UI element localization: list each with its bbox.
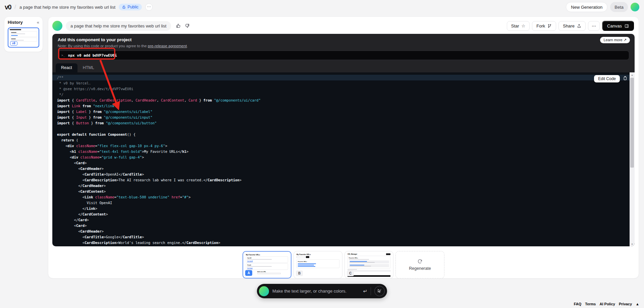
version-thumbnail-c[interactable]: URL Manager Favorite URLs C — [344, 251, 393, 279]
code-line: * @see https://v0.dev/t/bdVP7vwEU0i — [52, 86, 635, 92]
code-line: <CardHeader> — [52, 229, 635, 234]
code-line: <CardTitle>Google</CardTitle> — [52, 234, 635, 240]
followup-input[interactable] — [272, 289, 360, 294]
history-thumbnail[interactable]: v0 — [8, 27, 39, 48]
vercel-logo[interactable]: ▲ — [636, 302, 639, 306]
version-thumbnail-a[interactable]: My Favorite URLs OpenAI Visit OpenAI Goo… — [243, 251, 291, 279]
project-more-button[interactable]: ⋯ — [145, 3, 153, 11]
code-line: Visit OpenAI — [52, 200, 635, 206]
star-button[interactable]: Star ☆ — [507, 21, 530, 31]
thumb-c-box-title: Favorite URLs — [349, 257, 389, 259]
return-icon[interactable]: ↵ — [363, 288, 367, 294]
thumb-c-box: Favorite URLs — [347, 256, 390, 268]
refresh-icon — [417, 259, 423, 264]
edit-code-button[interactable]: Edit Code — [594, 75, 620, 82]
thumb-b-box: Favorite URLs — [297, 259, 339, 268]
copy-code-icon[interactable] — [623, 76, 627, 81]
pre-release-agreement-link[interactable]: pre-release agreement — [148, 44, 187, 48]
share-button-label: Share — [563, 23, 575, 28]
thumb-c-dark-badge — [386, 253, 390, 255]
code-line: <Link className="text-blue-500 underline… — [52, 194, 635, 200]
thumb-a-card-link: Visit Google — [247, 267, 287, 269]
footer-link-privacy[interactable]: Privacy — [619, 302, 632, 306]
tab-html[interactable]: HTML — [77, 63, 100, 72]
thumb-c-badge: C — [347, 270, 354, 276]
code-line: </CardHeader> — [52, 246, 635, 246]
thumb-a-title: My Favorite URLs — [246, 254, 288, 256]
select-element-button[interactable] — [374, 286, 385, 296]
code-line: <CardDescription>The AI research lab whe… — [52, 177, 635, 183]
code-line: */ — [52, 92, 635, 98]
note-prefix: Note: By using this code or product you … — [58, 44, 148, 48]
tab-react[interactable]: React — [56, 63, 77, 72]
thumb-b-title: My Favorite URLs — [297, 253, 339, 255]
scroll-down-icon[interactable]: ▼ — [631, 242, 633, 246]
component-block: Add this component to your project Learn… — [52, 34, 635, 246]
history-panel: History « v0 — [4, 16, 43, 52]
learn-more-button[interactable]: Learn more ↗ — [600, 37, 630, 43]
thumbs-up-button[interactable] — [176, 23, 181, 28]
code-scrollbar[interactable]: ▲ ▼ — [630, 72, 635, 246]
code-tabbar: React HTML — [52, 63, 635, 72]
pointer-icon — [377, 289, 382, 294]
code-line: <Card> — [52, 223, 635, 229]
unlock-icon — [122, 5, 126, 9]
code-line: <CardHeader> — [52, 166, 635, 172]
code-line: import { CardTitle, CardDescription, Car… — [52, 98, 635, 103]
star-icon: ☆ — [522, 23, 526, 28]
project-title: a page that help me store my favorites w… — [19, 5, 115, 10]
scrollbar-thumb[interactable] — [630, 78, 634, 168]
code-line: <div className="grid w-full gap-4"> — [52, 155, 635, 160]
thumbs-down-icon — [184, 23, 190, 28]
code-line: return ( — [52, 137, 635, 143]
version-thumbnails: My Favorite URLs OpenAI Visit OpenAI Goo… — [48, 251, 639, 279]
code-viewer: /** * v0 by Vercel. * @see https://v0.de… — [52, 72, 635, 246]
dock-divider — [371, 287, 371, 295]
code-line — [52, 126, 635, 132]
fork-button-label: Fork — [536, 23, 545, 28]
code-line: <div className="flex flex-col gap-10 px-… — [52, 143, 635, 149]
v0-logo[interactable]: v0 — [5, 3, 11, 11]
code-line: </CardContent> — [52, 211, 635, 217]
thumb-a-card: Google Visit Google — [246, 263, 288, 270]
new-generation-button[interactable]: New Generation — [566, 2, 607, 12]
user-avatar[interactable] — [631, 3, 639, 11]
thumb-a-card-title: OpenAI — [247, 257, 287, 259]
canvas-button[interactable]: Canvas — [602, 21, 634, 31]
code-line: import { Button } from "@/components/ui/… — [52, 120, 635, 126]
footer-link-faq[interactable]: FAQ — [574, 302, 582, 306]
actions-more-button[interactable]: ⋯ — [588, 21, 600, 31]
note-suffix: . — [187, 44, 188, 48]
version-thumbnail-b[interactable]: My Favorite URLs Favorite URLs B — [293, 251, 342, 279]
user-prompt-bubble: a page that help me store my favorites w… — [66, 21, 171, 31]
history-version-badge: v0 — [10, 41, 17, 46]
code-line: <h1 className="text-4xl font-bold">My Fa… — [52, 149, 635, 155]
breadcrumb-separator: / — [14, 4, 16, 10]
thumb-a-card-link: Visit OpenAI — [247, 260, 287, 262]
footer-link-ai-policy[interactable]: AI Policy — [599, 302, 615, 306]
code-lines[interactable]: /** * v0 by Vercel. * @see https://v0.de… — [52, 72, 635, 246]
collapse-sidebar-icon[interactable]: « — [37, 20, 39, 25]
footer: FAQ Terms AI Policy Privacy ▲ — [574, 302, 639, 306]
footer-link-terms[interactable]: Terms — [585, 302, 596, 306]
scroll-up-icon[interactable]: ▲ — [631, 72, 633, 77]
chat-dock: ↵ — [257, 284, 387, 298]
public-badge[interactable]: Public — [119, 4, 142, 10]
thumb-a-badge: A — [245, 270, 252, 276]
thumbs-up-icon — [176, 23, 181, 28]
thumbs-down-button[interactable] — [184, 23, 190, 28]
beta-badge[interactable]: Beta — [610, 2, 628, 12]
npx-command-bar[interactable]: >_ npx v0 add bdVP7vwEU0i — [58, 51, 629, 60]
code-line: import Link from "next/link" — [52, 103, 635, 109]
fork-button[interactable]: Fork — [532, 21, 556, 31]
top-bar: v0 / a page that help me store my favori… — [0, 0, 644, 14]
external-arrow-icon: ↗ — [624, 38, 627, 42]
code-line: <Card> — [52, 160, 635, 166]
banner-note: Note: By using this code or product you … — [58, 44, 629, 48]
share-button[interactable]: Share — [558, 21, 586, 31]
code-line: * v0 by Vercel. — [52, 80, 635, 86]
canvas-icon — [625, 24, 629, 28]
thumb-a-card: OpenAI Visit OpenAI — [246, 256, 288, 263]
regenerate-button[interactable]: Regenerate — [395, 251, 444, 279]
thumb-a-card-title: Google — [247, 264, 287, 266]
